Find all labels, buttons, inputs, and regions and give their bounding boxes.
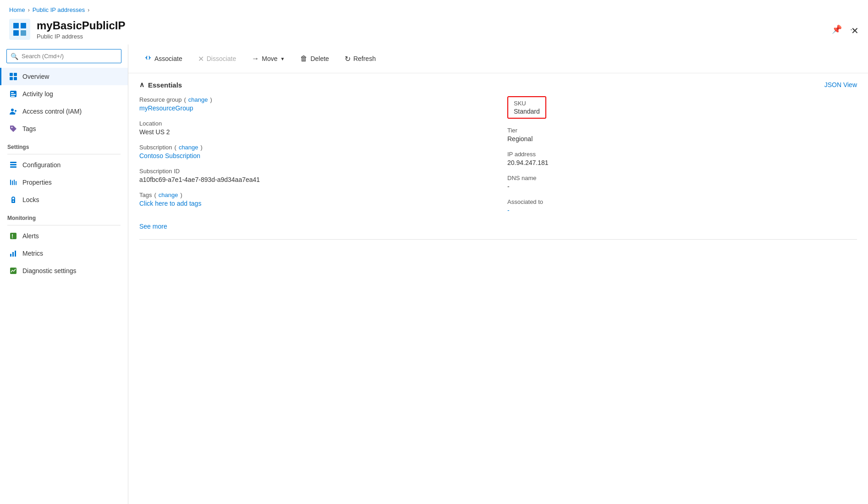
resource-subtitle: Public IP address (37, 33, 824, 40)
refresh-button[interactable]: ↻ Refresh (338, 50, 383, 67)
ip-address-field: IP address 20.94.247.181 (507, 151, 857, 166)
add-tags-link[interactable]: Click here to add tags (139, 200, 201, 207)
sidebar-item-properties[interactable]: Properties (0, 174, 128, 191)
svg-rect-15 (10, 162, 16, 163)
svg-rect-16 (10, 164, 16, 165)
tags-label: Tags (change) (139, 192, 480, 198)
monitoring-section-label: Monitoring (0, 208, 128, 223)
dissociate-button[interactable]: ✕ Dissociate (191, 50, 243, 67)
svg-rect-28 (15, 251, 16, 257)
overview-icon (9, 72, 18, 81)
svg-point-12 (11, 109, 14, 111)
move-label: Move (262, 55, 277, 62)
breadcrumb-sep2: › (88, 7, 89, 13)
svg-rect-19 (12, 181, 13, 185)
sidebar-item-tags-label: Tags (22, 125, 36, 132)
svg-rect-26 (10, 254, 11, 257)
tags-add-link: Click here to add tags (139, 200, 480, 207)
essentials-chevron-icon: ∧ (139, 81, 144, 89)
sidebar-item-alerts[interactable]: ! Alerts (0, 227, 128, 245)
pin-icon[interactable]: 📌 (830, 22, 844, 36)
svg-rect-3 (21, 30, 26, 36)
associated-to-link[interactable]: - (507, 207, 510, 214)
toolbar: Associate ✕ Dissociate → Move ▼ 🗑 Delete… (128, 44, 868, 73)
subscription-id-label: Subscription ID (139, 168, 480, 175)
subscription-field: Subscription (change) Contoso Subscripti… (139, 144, 480, 159)
tags-field: Tags (change) Click here to add tags (139, 192, 480, 207)
search-input[interactable] (6, 49, 121, 63)
sidebar: 🔍 Overview Activity log Access control (… (0, 44, 128, 504)
sidebar-item-diagnostic[interactable]: Diagnostic settings (0, 262, 128, 279)
svg-rect-5 (14, 73, 17, 76)
sidebar-item-locks[interactable]: Locks (0, 191, 128, 208)
main-layout: 🔍 Overview Activity log Access control (… (0, 44, 868, 504)
dissociate-label: Dissociate (207, 55, 236, 62)
svg-rect-4 (10, 73, 13, 76)
breadcrumb-parent[interactable]: Public IP addresses (33, 6, 85, 13)
svg-point-23 (13, 201, 14, 202)
svg-rect-27 (12, 252, 14, 257)
dns-name-label: DNS name (507, 175, 857, 181)
refresh-icon: ↻ (345, 55, 351, 63)
associate-label: Associate (154, 55, 182, 62)
sidebar-item-alerts-label: Alerts (22, 232, 39, 240)
dissociate-icon: ✕ (198, 55, 204, 63)
refresh-label: Refresh (353, 55, 376, 62)
svg-point-13 (15, 110, 16, 112)
location-label: Location (139, 120, 480, 127)
delete-icon: 🗑 (300, 55, 308, 63)
json-view-link[interactable]: JSON View (824, 81, 857, 88)
resource-group-link[interactable]: myResourceGroup (139, 104, 193, 112)
resource-title: myBasicPublicIP (37, 19, 824, 32)
associate-icon (144, 54, 152, 63)
content-area: Associate ✕ Dissociate → Move ▼ 🗑 Delete… (128, 44, 868, 504)
sidebar-item-tags[interactable]: Tags (0, 120, 128, 137)
ip-address-label: IP address (507, 151, 857, 158)
sidebar-item-locks-label: Locks (22, 196, 39, 203)
location-value: West US 2 (139, 128, 480, 136)
subscription-change-link[interactable]: change (179, 144, 198, 151)
svg-text:!: ! (11, 233, 13, 240)
delete-label: Delete (310, 55, 329, 62)
see-more-link[interactable]: See more (139, 223, 167, 230)
sidebar-item-metrics[interactable]: Metrics (0, 245, 128, 262)
svg-rect-2 (21, 23, 26, 28)
resource-group-value: myResourceGroup (139, 104, 480, 112)
essentials-section: ∧ Essentials JSON View Resource group (c… (128, 73, 868, 247)
sidebar-item-overview[interactable]: Overview (0, 68, 128, 85)
sku-highlighted-box: SKU Standard (507, 96, 546, 119)
dns-name-value: - (507, 183, 857, 190)
sku-label: SKU (514, 100, 540, 107)
resource-group-field: Resource group (change) myResourceGroup (139, 96, 480, 112)
move-button[interactable]: → Move ▼ (245, 50, 291, 67)
breadcrumb-home[interactable]: Home (9, 6, 25, 13)
subscription-link[interactable]: Contoso Subscription (139, 152, 200, 159)
essentials-title: ∧ Essentials (139, 81, 182, 89)
delete-button[interactable]: 🗑 Delete (293, 50, 335, 67)
location-field: Location West US 2 (139, 120, 480, 136)
associate-button[interactable]: Associate (137, 50, 189, 67)
sidebar-item-iam-label: Access control (IAM) (22, 108, 82, 115)
svg-rect-6 (10, 77, 13, 80)
tags-change-link[interactable]: change (159, 192, 178, 198)
sidebar-item-access-control[interactable]: Access control (IAM) (0, 103, 128, 120)
subscription-value: Contoso Subscription (139, 152, 480, 159)
close-button[interactable]: ✕ (851, 25, 859, 36)
essentials-grid: Resource group (change) myResourceGroup … (139, 96, 857, 230)
associated-to-field: Associated to - (507, 198, 857, 214)
associated-to-value: - (507, 207, 857, 214)
resource-group-change-link[interactable]: change (188, 96, 208, 103)
dns-name-field: DNS name - (507, 175, 857, 190)
properties-icon (9, 178, 18, 187)
diagnostic-icon (9, 266, 18, 275)
locks-icon (9, 195, 18, 204)
svg-rect-1 (13, 30, 19, 36)
resource-title-block: myBasicPublicIP Public IP address (37, 19, 824, 40)
breadcrumb-sep1: › (28, 7, 30, 13)
settings-divider (7, 154, 121, 154)
essentials-bottom-divider (139, 239, 857, 240)
sidebar-item-configuration[interactable]: Configuration (0, 156, 128, 174)
settings-section-label: Settings (0, 137, 128, 152)
sidebar-item-activity-log[interactable]: Activity log (0, 85, 128, 103)
svg-rect-10 (11, 94, 16, 95)
